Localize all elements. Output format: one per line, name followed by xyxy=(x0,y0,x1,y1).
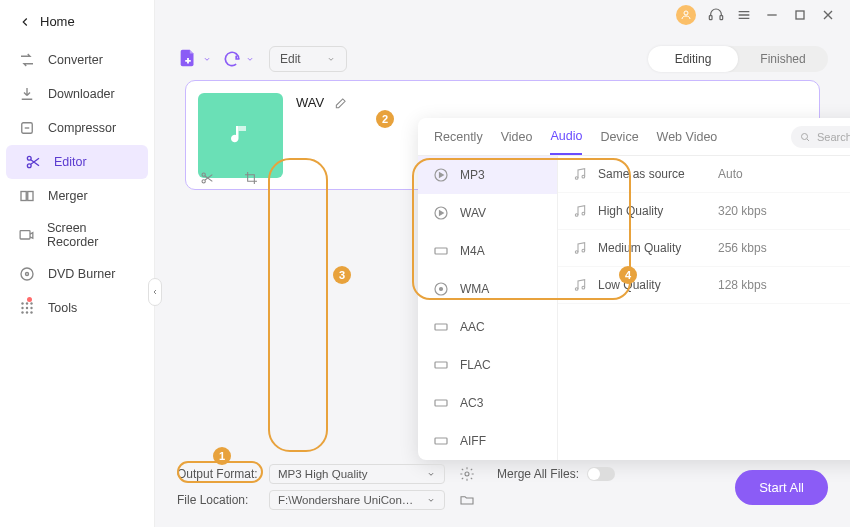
file-thumbnail[interactable] xyxy=(198,93,283,178)
callout-badge-4: 4 xyxy=(619,266,637,284)
format-wav[interactable]: WAV xyxy=(418,194,557,232)
output-format-label: Output Format: xyxy=(177,467,261,481)
chevron-left-icon xyxy=(18,15,32,29)
start-all-button[interactable]: Start All xyxy=(735,470,828,505)
format-label: M4A xyxy=(460,244,485,258)
edit-dropdown[interactable]: Edit xyxy=(269,46,347,72)
format-ac3[interactable]: AC3 xyxy=(418,384,557,422)
tab-device[interactable]: Device xyxy=(600,130,638,154)
svg-point-40 xyxy=(582,286,585,289)
quality-bitrate: Auto xyxy=(718,167,850,181)
svg-point-20 xyxy=(30,311,32,313)
audio-format-icon xyxy=(432,242,450,260)
music-icon xyxy=(572,277,588,293)
chevron-down-icon xyxy=(426,469,436,479)
merge-toggle[interactable] xyxy=(587,467,615,481)
svg-rect-7 xyxy=(21,192,26,201)
format-mp3[interactable]: MP3 xyxy=(418,156,557,194)
callout-box-3 xyxy=(268,158,328,452)
add-file-button[interactable] xyxy=(177,48,212,70)
folder-icon[interactable] xyxy=(459,492,475,508)
sidebar-item-converter[interactable]: Converter xyxy=(0,43,154,77)
chevron-down-icon xyxy=(245,54,255,64)
quality-name: Same as source xyxy=(598,167,718,181)
start-all-label: Start All xyxy=(759,480,804,495)
audio-format-icon xyxy=(432,166,450,184)
home-label: Home xyxy=(40,14,75,29)
search-icon xyxy=(799,131,811,143)
audio-format-icon xyxy=(432,432,450,450)
rename-icon[interactable] xyxy=(334,96,348,110)
callout-badge-1: 1 xyxy=(213,447,231,465)
audio-format-icon xyxy=(432,356,450,374)
chevron-down-icon xyxy=(326,54,336,64)
sidebar-item-label: Screen Recorder xyxy=(47,221,136,249)
trim-icon[interactable] xyxy=(199,170,215,186)
sidebar-item-downloader[interactable]: Downloader xyxy=(0,77,154,111)
format-flac[interactable]: FLAC xyxy=(418,346,557,384)
sidebar-item-label: Merger xyxy=(48,189,88,203)
svg-rect-32 xyxy=(435,438,447,444)
format-aac[interactable]: AAC xyxy=(418,308,557,346)
format-search[interactable]: Search xyxy=(791,126,850,148)
svg-point-21 xyxy=(202,173,205,176)
svg-point-39 xyxy=(575,288,578,291)
quality-same-as-source[interactable]: Same as sourceAuto xyxy=(558,156,850,193)
chevron-down-icon xyxy=(426,495,436,505)
quality-list: Same as sourceAuto High Quality320 kbps … xyxy=(558,156,850,460)
sidebar-item-screen-recorder[interactable]: Screen Recorder xyxy=(0,213,154,257)
quality-low[interactable]: Low Quality128 kbps xyxy=(558,267,850,304)
format-list: MP3 WAV M4A WMA AAC FLAC AC3 AIFF xyxy=(418,156,558,460)
merge-label: Merge All Files: xyxy=(497,467,579,481)
segment-editing[interactable]: Editing xyxy=(648,46,738,72)
audio-format-icon xyxy=(432,318,450,336)
bottom-bar: Output Format: MP3 High Quality Merge Al… xyxy=(177,461,828,517)
svg-point-34 xyxy=(582,175,585,178)
converter-icon xyxy=(18,51,36,69)
quality-high[interactable]: High Quality320 kbps xyxy=(558,193,850,230)
svg-point-15 xyxy=(21,307,23,309)
sidebar-item-tools[interactable]: Tools xyxy=(0,291,154,325)
svg-point-18 xyxy=(21,311,23,313)
tab-audio[interactable]: Audio xyxy=(550,129,582,155)
add-url-button[interactable] xyxy=(222,49,255,69)
format-label: FLAC xyxy=(460,358,491,372)
quality-name: Low Quality xyxy=(598,278,718,292)
format-aiff[interactable]: AIFF xyxy=(418,422,557,460)
sidebar-item-label: Converter xyxy=(48,53,103,67)
back-home-button[interactable]: Home xyxy=(0,6,154,43)
svg-rect-29 xyxy=(435,324,447,330)
sidebar-item-editor[interactable]: Editor xyxy=(6,145,148,179)
grid-icon xyxy=(18,299,36,317)
svg-point-10 xyxy=(21,268,33,280)
toolbar: Edit Editing Finished xyxy=(177,42,828,76)
audio-format-icon xyxy=(432,280,450,298)
quality-bitrate: 128 kbps xyxy=(718,278,850,292)
quality-medium[interactable]: Medium Quality256 kbps xyxy=(558,230,850,267)
music-icon xyxy=(572,240,588,256)
tab-video[interactable]: Video xyxy=(501,130,533,154)
crop-icon[interactable] xyxy=(243,170,259,186)
sidebar-item-dvd-burner[interactable]: DVD Burner xyxy=(0,257,154,291)
sidebar-item-merger[interactable]: Merger xyxy=(0,179,154,213)
format-popup: Recently Video Audio Device Web Video Se… xyxy=(418,118,850,460)
tab-recently[interactable]: Recently xyxy=(434,130,483,154)
output-format-value: MP3 High Quality xyxy=(278,468,367,480)
format-wma[interactable]: WMA xyxy=(418,270,557,308)
output-format-select[interactable]: MP3 High Quality xyxy=(269,464,445,484)
svg-rect-9 xyxy=(20,230,30,238)
status-segment: Editing Finished xyxy=(648,46,828,72)
chevron-down-icon xyxy=(202,54,212,64)
svg-point-33 xyxy=(575,177,578,180)
quality-bitrate: 256 kbps xyxy=(718,241,850,255)
format-m4a[interactable]: M4A xyxy=(418,232,557,270)
svg-point-16 xyxy=(26,307,28,309)
file-location-select[interactable]: F:\Wondershare UniConverter 1 xyxy=(269,490,445,510)
tab-web-video[interactable]: Web Video xyxy=(657,130,718,154)
svg-rect-26 xyxy=(435,248,447,254)
svg-point-11 xyxy=(26,273,29,276)
segment-finished[interactable]: Finished xyxy=(738,46,828,72)
gear-icon[interactable] xyxy=(459,466,475,482)
svg-point-36 xyxy=(582,212,585,215)
sidebar-item-compressor[interactable]: Compressor xyxy=(0,111,154,145)
